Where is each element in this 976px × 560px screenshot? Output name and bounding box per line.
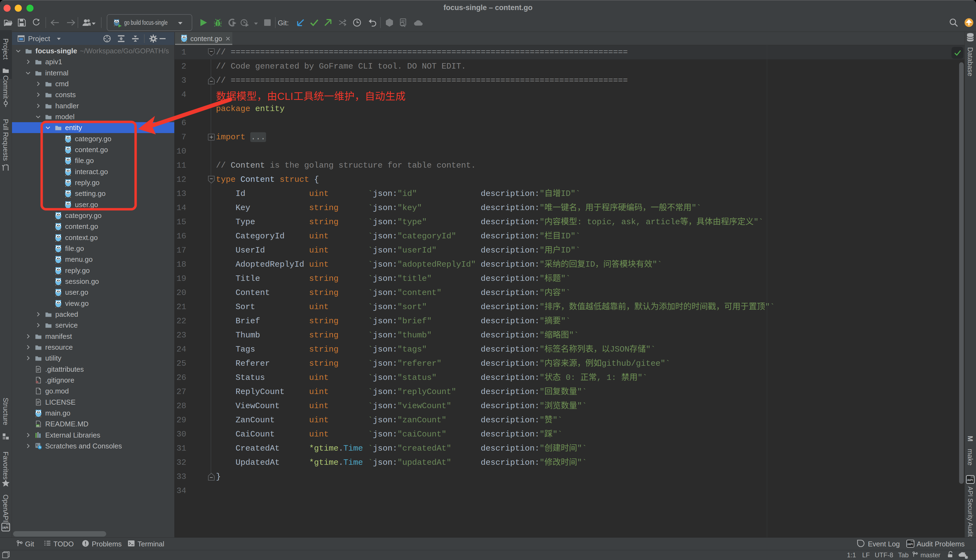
- svg-text:MD: MD: [36, 425, 40, 427]
- svg-text:/API: /API: [2, 526, 8, 529]
- svg-text:/API: /API: [907, 543, 913, 546]
- svg-text:/API: /API: [967, 478, 973, 482]
- svg-text:?: ?: [963, 551, 965, 556]
